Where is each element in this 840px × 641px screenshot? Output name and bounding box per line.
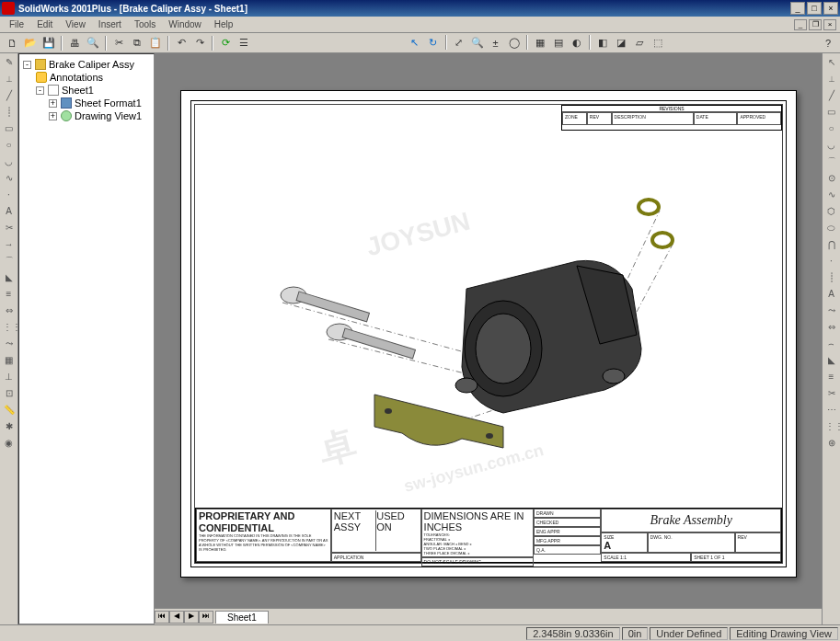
rebuild-icon[interactable]: ⟳	[217, 35, 234, 52]
line-tool-icon[interactable]: ╱	[824, 88, 839, 103]
zoom-selection-icon[interactable]: ◯	[506, 35, 523, 52]
parabola-icon[interactable]: ⋂	[824, 237, 839, 252]
cut-icon[interactable]: ✂	[110, 35, 127, 52]
measure-icon[interactable]: 📏	[2, 403, 17, 418]
tree-sheet-format[interactable]: + Sheet Format1	[49, 97, 150, 109]
rectangle-icon[interactable]: ▭	[2, 121, 17, 136]
rotate-view-icon[interactable]: ↻	[425, 35, 442, 52]
print-preview-icon[interactable]: 🔍	[85, 35, 101, 52]
open-icon[interactable]: 📂	[22, 35, 39, 52]
options-icon[interactable]: ☰	[236, 35, 252, 52]
save-icon[interactable]: 💾	[40, 35, 57, 52]
menu-file[interactable]: File	[4, 18, 29, 30]
zoom-fit-icon[interactable]: ⤢	[451, 35, 467, 52]
work-area: ✎ ⟂ ╱ ┊ ▭ ○ ◡ ∿ · A ✂ → ⌒ ◣ ≡ ⇔ ⋮⋮ ⤳ ▦ ⊥…	[0, 53, 840, 624]
tangent-arc-icon[interactable]: ⌒	[824, 155, 839, 169]
spline-tool-icon[interactable]: ∿	[824, 188, 839, 202]
pattern-icon[interactable]: ⋮⋮	[2, 320, 17, 335]
hidden-lines-icon[interactable]: ▤	[550, 35, 567, 52]
3point-arc-icon[interactable]: ⊙	[824, 171, 839, 186]
line-icon[interactable]: ╱	[2, 88, 17, 103]
redo-icon[interactable]: ↷	[191, 35, 208, 52]
menu-help[interactable]: Help	[209, 18, 239, 30]
fillet-icon[interactable]: ⌒	[2, 254, 17, 269]
tree-root[interactable]: - Brake Caliper Assy	[23, 58, 150, 71]
tab-prev-icon[interactable]: ◀	[169, 611, 184, 624]
tab-last-icon[interactable]: ⏭	[199, 611, 213, 624]
polygon-icon[interactable]: ⬡	[824, 204, 839, 219]
menu-view[interactable]: View	[60, 18, 91, 30]
extend-icon[interactable]: →	[2, 237, 17, 252]
text-icon[interactable]: A	[2, 204, 17, 219]
trim-icon[interactable]: ✂	[2, 221, 17, 235]
tab-next-icon[interactable]: ▶	[184, 611, 199, 624]
centerpoint-arc-icon[interactable]: ◡	[824, 138, 839, 153]
close-button[interactable]: ×	[823, 2, 838, 15]
drawing-canvas[interactable]: REVISIONS ZONE REV DESCRIPTION DATE APPR…	[155, 53, 822, 608]
menu-window[interactable]: Window	[163, 18, 207, 30]
undo-icon[interactable]: ↶	[173, 35, 190, 52]
svg-point-16	[603, 369, 625, 383]
point-icon[interactable]: ·	[2, 188, 17, 202]
mirror-icon[interactable]: ⇔	[2, 303, 17, 318]
wireframe-icon[interactable]: ▦	[532, 35, 548, 52]
offset-icon[interactable]: ≡	[2, 287, 17, 302]
new-icon[interactable]: 🗋	[4, 35, 20, 52]
tree-sheet[interactable]: - Sheet1	[36, 84, 150, 97]
help-icon[interactable]: ?	[820, 35, 836, 52]
zoom-area-icon[interactable]: 🔍	[469, 35, 486, 52]
menu-tools[interactable]: Tools	[129, 18, 161, 30]
smart-dimension-icon[interactable]: ⟂	[824, 72, 839, 86]
sketch-chamfer-icon[interactable]: ◣	[824, 353, 839, 368]
perspective-icon[interactable]: ▱	[631, 35, 648, 52]
tree-drawing-view[interactable]: + Drawing View1	[49, 109, 150, 122]
paste-icon[interactable]: 📋	[147, 35, 164, 52]
dimension-icon[interactable]: ⟂	[2, 72, 17, 86]
construction-geometry-icon[interactable]: ⋯	[824, 403, 839, 418]
chamfer-icon[interactable]: ◣	[2, 270, 17, 285]
text-tool-icon[interactable]: A	[824, 287, 839, 302]
centerline-tool-icon[interactable]: ┊	[824, 270, 839, 285]
shaded-icon[interactable]: ◐	[569, 35, 585, 52]
ellipse-icon[interactable]: ⬭	[824, 221, 839, 235]
copy-icon[interactable]: ⧉	[129, 35, 145, 52]
tree-annotations[interactable]: Annotations	[36, 71, 150, 84]
sketch-icon[interactable]: ✎	[2, 55, 17, 70]
circle-icon[interactable]: ○	[2, 138, 17, 153]
hide-show-icon[interactable]: ◉	[2, 436, 17, 451]
convert-icon[interactable]: ⤳	[2, 337, 17, 351]
menu-insert[interactable]: Insert	[93, 18, 127, 30]
constraint-icon[interactable]: ⊡	[2, 386, 17, 401]
menu-edit[interactable]: Edit	[31, 18, 58, 30]
grid-icon[interactable]: ▦	[2, 353, 17, 368]
linear-pattern-icon[interactable]: ⋮⋮	[824, 419, 839, 434]
sheet-tab[interactable]: Sheet1	[215, 611, 269, 624]
circle-tool-icon[interactable]: ○	[824, 121, 839, 136]
select-tool-icon[interactable]: ↖	[824, 55, 839, 70]
doc-minimize-button[interactable]: _	[794, 19, 807, 30]
minimize-button[interactable]: _	[790, 2, 805, 15]
zoom-in-out-icon[interactable]: ±	[488, 35, 504, 52]
offset-entities-icon[interactable]: ≡	[824, 370, 839, 384]
shadow-icon[interactable]: ◪	[613, 35, 629, 52]
point-tool-icon[interactable]: ·	[824, 254, 839, 269]
rectangle-tool-icon[interactable]: ▭	[824, 105, 839, 120]
view-orientation-icon[interactable]: ⬚	[650, 35, 666, 52]
centerline-icon[interactable]: ┊	[2, 105, 17, 120]
tab-first-icon[interactable]: ⏮	[155, 611, 169, 624]
relation-icon[interactable]: ⊥	[2, 370, 17, 384]
origin-icon[interactable]: ✱	[2, 419, 17, 434]
mirror-entities-icon[interactable]: ⇔	[824, 320, 839, 335]
section-view-icon[interactable]: ◧	[594, 35, 611, 52]
maximize-button[interactable]: □	[807, 2, 822, 15]
doc-restore-button[interactable]: ❐	[809, 19, 822, 30]
sketch-fillet-icon[interactable]: ⌢	[824, 337, 839, 351]
circular-pattern-icon[interactable]: ⊛	[824, 436, 839, 451]
arc-icon[interactable]: ◡	[2, 155, 17, 169]
trim-entities-icon[interactable]: ✂	[824, 386, 839, 401]
select-icon[interactable]: ↖	[407, 35, 423, 52]
doc-close-button[interactable]: ×	[823, 19, 836, 30]
spline-icon[interactable]: ∿	[2, 171, 17, 186]
print-icon[interactable]: 🖶	[66, 35, 83, 52]
convert-entities-icon[interactable]: ⤳	[824, 303, 839, 318]
